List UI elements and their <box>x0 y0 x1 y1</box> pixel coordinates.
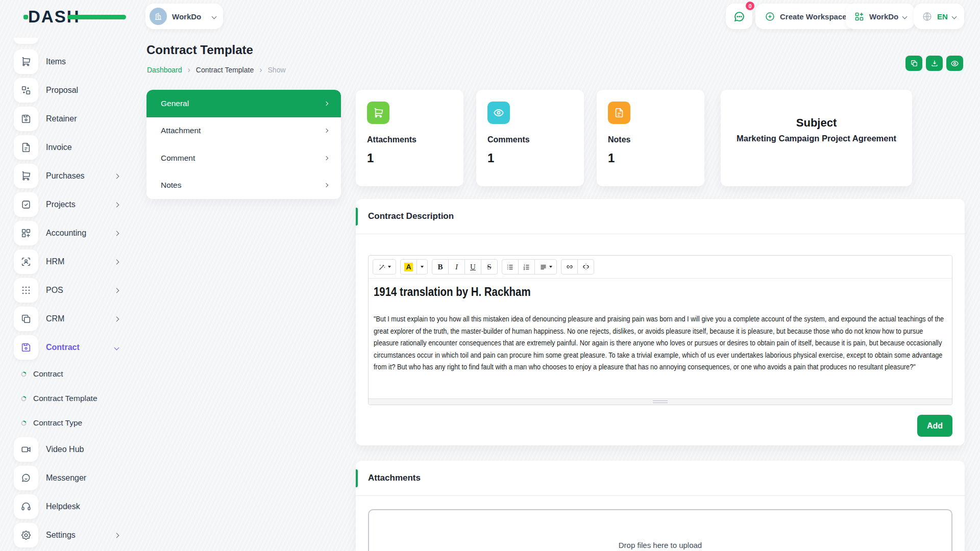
sidebar-item-contract[interactable]: Contract <box>14 335 119 360</box>
sidebar-subitem-contract-type[interactable]: Contract Type <box>20 413 122 433</box>
chevron-right-icon <box>114 288 119 293</box>
chevron-right-icon <box>324 156 328 160</box>
sidebar-item-video-hub[interactable]: Video Hub <box>14 437 119 462</box>
checkbox-icon <box>14 192 38 217</box>
ordered-list-button[interactable] <box>518 259 535 274</box>
underline-button[interactable]: U <box>464 259 481 274</box>
sidebar-item-pos[interactable]: POS <box>14 278 119 303</box>
cart-icon <box>367 102 389 124</box>
page-actions <box>905 56 963 71</box>
copy-button[interactable] <box>905 56 922 71</box>
sidebar-item-accounting[interactable]: Accounting <box>14 221 119 245</box>
dropzone-text: Drop files here to upload <box>619 541 702 549</box>
grid-plus-icon <box>854 11 865 22</box>
chat-icon <box>733 10 746 23</box>
app-menu-button[interactable]: WorkDo <box>846 4 915 29</box>
sidebar-item-hrm[interactable]: HRM <box>14 249 119 274</box>
breadcrumb-separator: › <box>188 66 190 73</box>
eye-icon <box>487 102 510 124</box>
paragraph-align-button[interactable] <box>534 259 557 274</box>
chevron-down-icon <box>902 14 908 19</box>
messages-badge: 0 <box>745 1 755 11</box>
stat-label: Comments <box>487 135 573 144</box>
chevron-right-icon <box>324 102 328 106</box>
breadcrumb-separator: › <box>259 66 262 73</box>
font-color-dropdown[interactable] <box>416 259 428 274</box>
style-button[interactable] <box>373 259 396 274</box>
logo-dash-bar <box>67 15 126 19</box>
editor-resize-bar[interactable] <box>369 398 952 405</box>
panel-accent-bar <box>356 469 358 487</box>
chevron-right-icon <box>114 202 119 207</box>
language-label: EN <box>937 12 948 21</box>
chevron-down-icon <box>114 345 119 350</box>
editor-content[interactable]: 1914 translation by H. Rackham "But I mu… <box>369 279 952 398</box>
create-workspace-button[interactable]: Create Workspace <box>755 4 856 29</box>
grid-plus-icon <box>14 221 38 245</box>
strikethrough-button[interactable]: S <box>481 259 498 274</box>
message-icon <box>14 466 38 490</box>
caret-down-icon <box>549 266 552 268</box>
cart-icon <box>14 164 38 188</box>
donut-icon <box>20 395 27 402</box>
panel-title: Attachments <box>368 461 421 495</box>
tab-general[interactable]: General <box>146 90 341 117</box>
link-button[interactable] <box>561 259 578 274</box>
bold-button[interactable]: B <box>432 259 449 274</box>
chevron-right-icon <box>114 173 119 179</box>
unlink-button[interactable] <box>577 259 594 274</box>
chevron-right-icon <box>114 231 119 236</box>
file-dropzone[interactable]: Drop files here to upload <box>368 509 952 551</box>
sidebar-item-purchases[interactable]: Purchases <box>14 164 119 188</box>
chevron-down-icon <box>212 14 217 19</box>
page-title: Contract Template <box>146 43 253 57</box>
plus-circle-icon <box>765 11 775 22</box>
italic-button[interactable]: I <box>448 259 465 274</box>
sidebar-subitem-contract-template[interactable]: Contract Template <box>20 388 122 409</box>
sidebar-item-settings[interactable]: Settings <box>14 523 119 547</box>
cart-icon <box>14 49 38 74</box>
floppy-icon <box>14 335 38 360</box>
preview-button[interactable] <box>946 56 963 71</box>
tab-attachment[interactable]: Attachment <box>146 117 341 145</box>
chevron-down-icon <box>951 14 957 19</box>
stat-value: 1 <box>608 151 693 165</box>
sidebar-item-helpdesk[interactable]: Helpdesk <box>14 494 119 519</box>
sidebar-item-projects[interactable]: Projects <box>14 192 119 217</box>
tab-general-label: General <box>161 99 189 108</box>
download-button[interactable] <box>926 56 943 71</box>
subject-value: Marketing Campaign Project Agreement <box>737 134 896 143</box>
breadcrumb-dashboard-link[interactable]: Dashboard <box>147 66 182 74</box>
donut-icon <box>20 420 27 427</box>
headset-icon <box>14 494 38 519</box>
add-button[interactable]: Add <box>917 415 952 437</box>
sidebar-item-crm[interactable]: CRM <box>14 307 119 331</box>
tab-comment[interactable]: Comment <box>146 144 341 172</box>
donut-icon <box>20 371 27 378</box>
language-selector[interactable]: EN <box>914 4 964 29</box>
tab-notes[interactable]: Notes <box>146 172 341 199</box>
video-icon <box>14 437 38 462</box>
chevron-right-icon <box>114 316 119 321</box>
unordered-list-button[interactable] <box>502 259 519 274</box>
tab-attachment-label: Attachment <box>161 126 201 135</box>
editor-paragraph: "But I must explain to you how all this … <box>374 313 948 373</box>
tab-comment-label: Comment <box>161 154 195 163</box>
sidebar-item-proposal[interactable]: Proposal <box>14 78 119 103</box>
app-logo: DASH <box>28 6 130 28</box>
subject-title: Subject <box>796 116 837 130</box>
chevron-right-icon <box>114 259 119 264</box>
divider <box>356 234 965 234</box>
font-color-button[interactable]: A <box>400 259 417 274</box>
workspace-selector[interactable]: WorkDo <box>145 4 223 29</box>
stat-card-notes: Notes 1 <box>597 90 704 186</box>
sidebar-item-retainer[interactable]: Retainer <box>14 107 119 131</box>
sidebar-subitem-contract[interactable]: Contract <box>20 364 122 384</box>
sidebar-item-items[interactable]: Items <box>14 49 119 74</box>
contract-description-panel: Contract Description A B I U S <box>356 199 965 445</box>
sidebar-item-messenger[interactable]: Messenger <box>14 466 119 490</box>
messages-button[interactable]: 0 <box>726 4 752 29</box>
sidebar-item-invoice[interactable]: Invoice <box>14 135 119 160</box>
numbered-list-icon <box>523 263 530 271</box>
proposal-icon <box>14 78 38 103</box>
